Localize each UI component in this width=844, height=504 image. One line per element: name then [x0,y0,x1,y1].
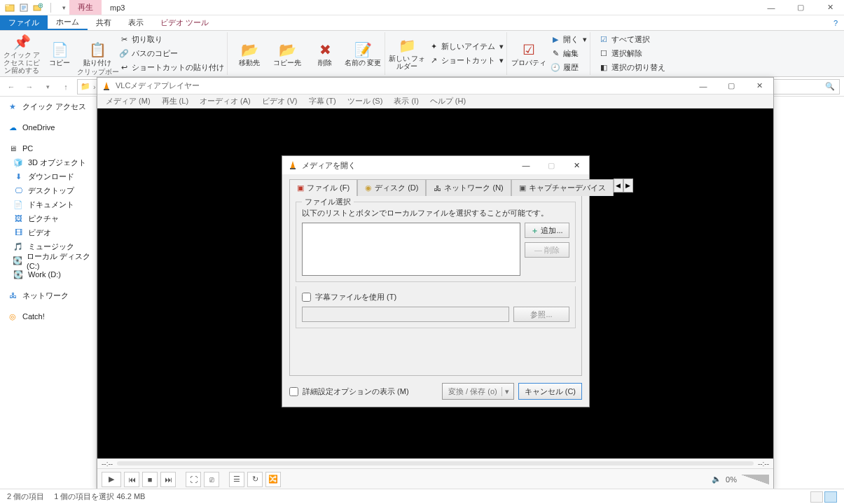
dialog-titlebar[interactable]: メディアを開く — ▢ ✕ [282,156,589,174]
vlc-fullscreen-button[interactable]: ⛶ [186,472,201,487]
qat-dropdown-icon[interactable]: ▾ [58,2,69,13]
folder-icon[interactable] [4,2,15,13]
use-subtitle-label: 字幕ファイルを使用 (T) [315,292,396,302]
back-button[interactable]: ← [4,80,18,94]
properties-button[interactable]: ☑プロパティ [510,32,548,74]
vlc-minimize-button[interactable]: — [689,78,717,94]
up-button[interactable]: ↑ [59,80,73,94]
convert-save-dropdown-icon[interactable]: ▾ [501,387,512,396]
vlc-menu-playback[interactable]: 再生 (L) [158,96,193,106]
vlc-close-button[interactable]: ✕ [745,78,773,94]
view-details-button[interactable] [810,491,823,503]
file-list[interactable] [302,223,520,276]
vlc-stop-button[interactable]: ■ [142,472,158,487]
pin-quickaccess-button[interactable]: 📌クイック アクセス にピン留めする [3,32,41,74]
vlc-seekbar[interactable] [117,461,754,465]
vlc-volume-slider[interactable] [741,475,769,484]
advanced-options-checkbox[interactable] [289,387,298,396]
use-subtitle-checkbox[interactable] [302,293,311,302]
remove-file-button[interactable]: —削除 [525,242,569,258]
tree-3dobjects[interactable]: 🧊3D オブジェクト [0,155,96,169]
tree-cdrive[interactable]: 💽ローカル ディスク (C:) [0,253,96,267]
copyto-button[interactable]: 📂コピー先 [268,32,306,74]
vlc-shuffle-button[interactable]: 🔀 [265,472,281,487]
invertselect-button[interactable]: ◧選択の切り替え [599,62,665,74]
delete-button[interactable]: ✖削除 [306,32,344,74]
tree-downloads[interactable]: ⬇ダウンロード [0,169,96,183]
tab-share[interactable]: 共有 [88,15,120,30]
selectall-button[interactable]: ☑すべて選択 [599,34,665,46]
selectnone-button[interactable]: ☐選択解除 [599,48,665,60]
properties-qat-icon[interactable] [18,2,29,13]
vlc-play-button[interactable]: ▶ [102,472,121,487]
tree-documents[interactable]: 📄ドキュメント [0,197,96,211]
view-icons-button[interactable] [824,491,837,503]
file-select-group: ファイル選択 以下のリストとボタンでローカルファイルを選択することが可能です。 … [296,202,576,282]
tree-videos[interactable]: 🎞ビデオ [0,225,96,239]
copypath-button[interactable]: 🔗パスのコピー [119,48,224,60]
pasteshortcut-button[interactable]: ↩ショートカットの貼り付け [119,62,224,74]
history-button[interactable]: 🕘履歴 [551,62,587,74]
vlc-loop-button[interactable]: ↻ [247,472,263,487]
vlc-prev-button[interactable]: ⏮ [124,472,139,487]
tree-pictures[interactable]: 🖼ピクチャ [0,211,96,225]
vlc-next-button[interactable]: ⏭ [160,472,176,487]
dialog-tab-scroll-left[interactable]: ◀ [614,178,623,192]
file-select-hint: 以下のリストとボタンでローカルファイルを選択することが可能です。 [302,208,569,218]
context-tab-folder[interactable]: mp3 [102,0,133,15]
dialog-tab-capture[interactable]: ▣キャプチャーデバイス [511,179,614,196]
tree-desktop[interactable]: 🖵デスクトップ [0,183,96,197]
dialog-tab-network[interactable]: 🖧ネットワーク (N) [426,179,511,196]
maximize-button[interactable]: ▢ [787,0,815,15]
vlc-menu-view[interactable]: 表示 (I) [389,96,422,106]
vlc-titlebar[interactable]: VLCメディアプレイヤー — ▢ ✕ [97,78,773,94]
tree-catch[interactable]: ◎Catch! [0,309,96,323]
dialog-minimize-button[interactable]: — [513,156,539,174]
vlc-menu-tools[interactable]: ツール (S) [343,96,387,106]
tab-videotools[interactable]: ビデオ ツール [152,15,217,30]
dialog-close-button[interactable]: ✕ [564,156,589,174]
rename-button[interactable]: 📝名前の 変更 [344,32,382,74]
dialog-tab-disc[interactable]: ◉ディスク (D) [357,179,426,196]
close-button[interactable]: ✕ [816,0,844,15]
vlc-menu-subtitle[interactable]: 字幕 (T) [305,96,340,106]
newitem-button[interactable]: ✦新しいアイテム▾ [429,41,504,53]
tree-pc[interactable]: 🖥PC [0,141,96,155]
tab-view[interactable]: 表示 [120,15,152,30]
convert-save-button[interactable]: 変換 / 保存 (o)▾ [442,383,514,400]
tab-file[interactable]: ファイル [0,15,48,30]
browse-subtitle-button[interactable]: 参照... [513,307,569,322]
dialog-tab-scroll-right[interactable]: ▶ [623,178,633,192]
vlc-menu-help[interactable]: ヘルプ (H) [426,96,470,106]
vlc-maximize-button[interactable]: ▢ [717,78,745,94]
minimize-button[interactable]: — [757,0,785,15]
open-button[interactable]: ▶開く▾ [551,34,587,46]
vlc-extended-button[interactable]: ⎚ [204,472,219,487]
subtitle-group: 字幕ファイルを使用 (T) 参照... [296,286,576,328]
add-file-button[interactable]: ＋追加... [525,223,569,238]
ribbon: 📌クイック アクセス にピン留めする 📄コピー 📋貼り付け ✂切り取り 🔗パスの… [0,31,844,77]
shortcut-button[interactable]: ↗ショートカット▾ [429,55,504,67]
tree-network[interactable]: 🖧ネットワーク [0,288,96,302]
cancel-button[interactable]: キャンセル (C) [518,383,582,400]
edit-button[interactable]: ✎編集 [551,48,587,60]
vlc-menu-media[interactable]: メディア (M) [102,96,155,106]
vlc-mute-icon[interactable]: 🔈 [712,475,721,484]
forward-button[interactable]: → [22,80,36,94]
moveto-button[interactable]: 📂移動先 [230,32,268,74]
newfolder-qat-icon[interactable] [32,2,43,13]
newfolder-button[interactable]: 📁新しい フォルダー [388,32,426,74]
tree-quickaccess[interactable]: ★クイック アクセス [0,99,96,113]
vlc-menu-video[interactable]: ビデオ (V) [258,96,302,106]
tree-onedrive[interactable]: ☁OneDrive [0,120,96,134]
dialog-tab-file[interactable]: ▣ファイル (F) [289,179,357,196]
copy-button[interactable]: 📄コピー [41,32,78,74]
cut-button[interactable]: ✂切り取り [119,34,224,46]
dialog-maximize-button[interactable]: ▢ [539,156,564,174]
vlc-playlist-button[interactable]: ☰ [229,472,244,487]
recent-dropdown[interactable]: ▾ [41,80,55,94]
tab-home[interactable]: ホーム [48,15,88,30]
help-icon[interactable]: ? [827,15,844,30]
context-tab-play[interactable]: 再生 [69,0,102,15]
vlc-menu-audio[interactable]: オーディオ (A) [195,96,255,106]
